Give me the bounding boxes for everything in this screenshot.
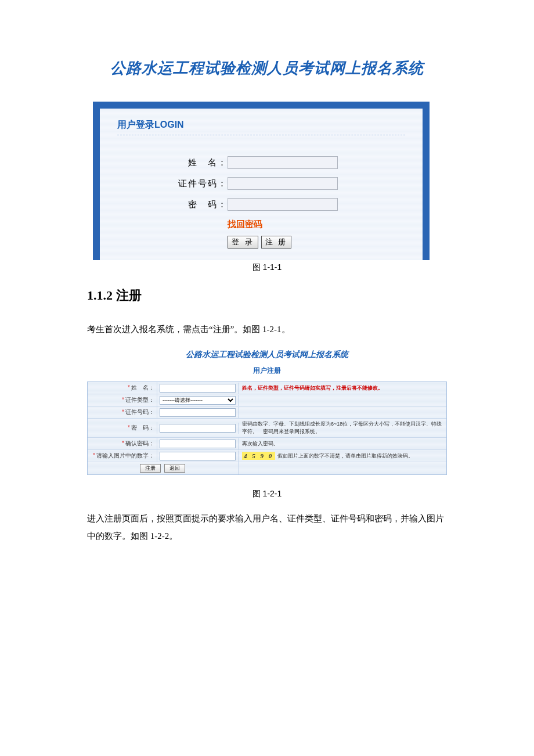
login-row-password: 密 码： <box>117 198 405 211</box>
reg-label-name: *姓 名： <box>88 382 157 394</box>
reg-label-captcha: *请输入图片中的数字： <box>88 450 157 462</box>
reg-input-name[interactable] <box>160 384 236 393</box>
login-label-password: 密 码： <box>175 199 228 210</box>
reg-input-cell-captcha <box>157 451 239 462</box>
reg-hint-password-confirm: 再次输入密码。 <box>239 438 446 449</box>
reg-input-password-confirm[interactable] <box>160 440 236 448</box>
forgot-password-link[interactable]: 找回密码 <box>228 219 262 229</box>
required-asterisk: * <box>128 424 130 431</box>
reg-label-name-text: 姓 名： <box>131 384 154 391</box>
figure-caption-1: 图 1-1-1 <box>87 262 447 273</box>
reg-row-password-confirm: *确认密码： 再次输入密码。 <box>88 438 446 450</box>
figure-caption-2: 图 1-2-1 <box>87 489 447 499</box>
login-input-id[interactable] <box>228 177 338 190</box>
reg-row-name: *姓 名： 姓名，证件类型，证件号码请如实填写，注册后将不能修改。 <box>88 382 446 394</box>
register-page-title: 公路水运工程试验检测人员考试网上报名系统 <box>87 350 447 360</box>
login-row-id: 证件号码： <box>117 177 405 190</box>
reg-label-password: *密 码： <box>88 422 157 434</box>
reg-hint-empty-3 <box>239 467 446 470</box>
login-input-name[interactable] <box>228 156 338 169</box>
reg-label-password-confirm-text: 确认密码： <box>125 440 154 447</box>
login-panel-heading: 用户登录LOGIN <box>117 119 405 135</box>
reg-input-cell-idno <box>157 407 239 418</box>
captcha-image[interactable]: 4 5 9 0 <box>242 452 275 460</box>
reg-hint-password: 密码由数字、字母、下划线组成长度为6~18位，字母区分大小写，不能使用汉字、特殊… <box>239 419 446 437</box>
login-button-row: 登 录 注 册 <box>117 236 405 249</box>
reg-select-idtype[interactable]: -------请选择------- <box>160 396 236 405</box>
reg-label-idno-text: 证件号码： <box>125 409 154 415</box>
register-form: *姓 名： 姓名，证件类型，证件号码请如实填写，注册后将不能修改。 *证件类型：… <box>87 381 447 475</box>
login-label-name: 姓 名： <box>175 157 228 168</box>
body-text-2: 进入注册页面后，按照页面提示的要求输入用户名、证件类型、证件号码和密码，并输入图… <box>87 510 447 545</box>
reg-label-idtype: *证件类型： <box>88 394 157 406</box>
reg-label-captcha-text: 请输入图片中的数字： <box>96 452 154 459</box>
required-asterisk: * <box>122 409 124 415</box>
forgot-password-row: 找回密码 <box>117 219 405 230</box>
reg-label-idtype-text: 证件类型： <box>125 397 154 403</box>
page-main-title: 公路水运工程试验检测人员考试网上报名系统 <box>87 58 447 78</box>
login-row-name: 姓 名： <box>117 156 405 169</box>
reg-label-password-text: 密 码： <box>131 424 154 431</box>
login-button[interactable]: 登 录 <box>228 236 258 249</box>
reg-input-cell-password <box>157 423 239 434</box>
reg-hint-captcha: 4 5 9 0 假如图片上面的数字不清楚，请单击图片取得新的效验码。 <box>239 450 446 462</box>
section-heading-112: 1.1.2 注册 <box>87 287 447 304</box>
reg-input-cell-password-confirm <box>157 438 239 449</box>
reg-input-password[interactable] <box>160 424 236 433</box>
login-input-password[interactable] <box>228 198 338 211</box>
reg-input-cell-idtype: -------请选择------- <box>157 395 239 406</box>
reg-hint-identity: 姓名，证件类型，证件号码请如实填写，注册后将不能修改。 <box>239 383 446 394</box>
reg-back-button[interactable]: 返回 <box>164 464 185 473</box>
register-page-subtitle: 用户注册 <box>87 366 447 376</box>
register-button[interactable]: 注 册 <box>261 236 292 249</box>
reg-row-idno: *证件号码： <box>88 406 446 419</box>
reg-hint-empty-1 <box>239 398 446 402</box>
required-asterisk: * <box>122 397 124 403</box>
reg-label-password-confirm: *确认密码： <box>88 438 157 449</box>
login-panel: 用户登录LOGIN 姓 名： 证件号码： 密 码： 找回密码 登 录 注 册 <box>93 102 430 260</box>
reg-row-idtype: *证件类型： -------请选择------- <box>88 394 446 406</box>
reg-hint-empty-2 <box>239 411 446 414</box>
reg-row-captcha: *请输入图片中的数字： 4 5 9 0 假如图片上面的数字不清楚，请单击图片取得… <box>88 450 446 462</box>
login-label-id: 证件号码： <box>175 178 228 189</box>
required-asterisk: * <box>128 384 130 391</box>
reg-input-captcha[interactable] <box>160 452 236 460</box>
reg-button-cell: 注册 返回 <box>88 462 239 474</box>
body-text-1: 考生首次进入报名系统，需点击“注册”。如图 1-2-1。 <box>87 321 447 338</box>
reg-input-cell-name <box>157 383 239 394</box>
reg-hint-captcha-text: 假如图片上面的数字不清楚，请单击图片取得新的效验码。 <box>277 452 413 460</box>
required-asterisk: * <box>122 440 124 447</box>
reg-row-password: *密 码： 密码由数字、字母、下划线组成长度为6~18位，字母区分大小写，不能使… <box>88 419 446 438</box>
reg-label-idno: *证件号码： <box>88 406 157 418</box>
reg-input-idno[interactable] <box>160 408 236 417</box>
reg-submit-button[interactable]: 注册 <box>140 464 161 473</box>
reg-row-buttons: 注册 返回 <box>88 462 446 474</box>
required-asterisk: * <box>93 452 95 459</box>
